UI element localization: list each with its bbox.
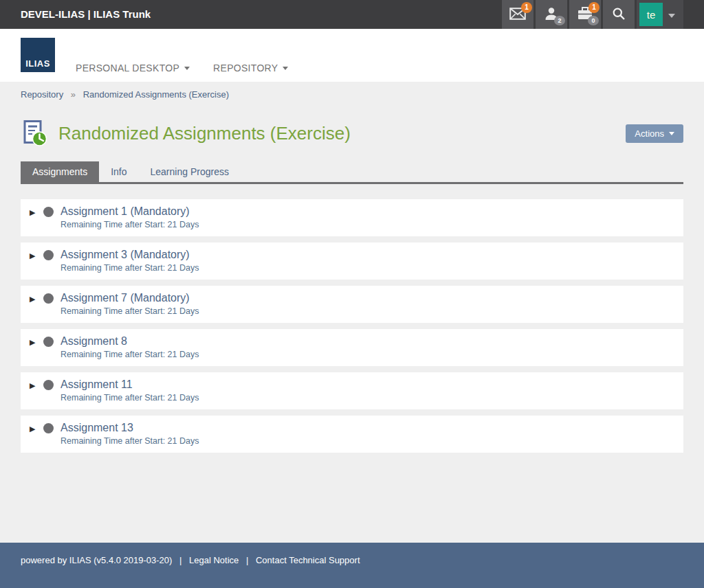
chevron-down-icon	[668, 14, 675, 18]
status-dot-icon	[43, 293, 54, 304]
avatar[interactable]: te	[639, 3, 663, 26]
assignment-title[interactable]: Assignment 8	[60, 335, 199, 348]
row-text: Assignment 13 Remaining Time after Start…	[60, 421, 199, 446]
page-title: Randomized Assignments (Exercise)	[58, 123, 351, 144]
assignment-title[interactable]: Assignment 3 (Mandatory)	[60, 248, 199, 262]
assignment-list: ▶ Assignment 1 (Mandatory) Remaining Tim…	[21, 199, 683, 453]
actions-button[interactable]: Actions	[626, 124, 683, 143]
ilias-logo[interactable]: ILIAS	[21, 38, 55, 72]
footer-separator: |	[179, 555, 182, 565]
assignment-title[interactable]: Assignment 13	[60, 421, 199, 435]
row-text: Assignment 3 (Mandatory) Remaining Time …	[60, 248, 199, 273]
breadcrumb-current[interactable]: Randomized Assignments (Exercise)	[83, 89, 229, 100]
tab-bar: Assignments Info Learning Progress	[21, 161, 683, 184]
status-dot-icon	[43, 423, 54, 433]
who-is-online-badge: 2	[554, 16, 565, 25]
assignment-meta: Remaining Time after Start: 21 Days	[60, 263, 199, 273]
assignment-meta: Remaining Time after Start: 21 Days	[60, 220, 199, 229]
who-is-online-button[interactable]: 2	[536, 0, 567, 29]
tab-learning-progress[interactable]: Learning Progress	[139, 161, 241, 182]
footer-separator: |	[246, 555, 248, 565]
user-menu: te	[637, 0, 683, 29]
mail-badge: 1	[521, 2, 532, 13]
assignment-meta: Remaining Time after Start: 21 Days	[60, 350, 199, 359]
exercise-icon	[21, 120, 48, 147]
assignment-meta: Remaining Time after Start: 21 Days	[60, 306, 199, 316]
user-menu-dropdown[interactable]	[663, 0, 681, 29]
legal-notice-link[interactable]: Legal Notice	[189, 555, 239, 565]
expand-triangle-icon[interactable]: ▶	[30, 205, 43, 217]
mail-button[interactable]: 1	[502, 0, 534, 29]
footer: powered by ILIAS (v5.4.0 2019-03-20) | L…	[0, 543, 704, 588]
status-dot-icon	[43, 207, 54, 217]
actions-button-label: Actions	[635, 128, 664, 139]
tab-assignments[interactable]: Assignments	[21, 161, 99, 182]
row-text: Assignment 8 Remaining Time after Start:…	[60, 335, 199, 359]
assignment-row[interactable]: ▶ Assignment 7 (Mandatory) Remaining Tim…	[21, 286, 683, 323]
nav-repository-label: REPOSITORY	[213, 63, 278, 74]
expand-triangle-icon[interactable]: ▶	[30, 421, 43, 433]
assignment-row[interactable]: ▶ Assignment 13 Remaining Time after Sta…	[21, 416, 683, 453]
assignment-row[interactable]: ▶ Assignment 3 (Mandatory) Remaining Tim…	[21, 242, 683, 280]
installation-title: DEVEL-ILIAS | ILIAS Trunk	[0, 0, 151, 29]
breadcrumb-repository[interactable]: Repository	[21, 89, 63, 100]
nav-personal-desktop-label: PERSONAL DESKTOP	[76, 63, 179, 74]
powered-by-text: powered by ILIAS (v5.4.0 2019-03-20)	[21, 555, 172, 565]
expand-triangle-icon[interactable]: ▶	[30, 248, 43, 260]
expand-triangle-icon[interactable]: ▶	[30, 335, 43, 347]
title-bar: Randomized Assignments (Exercise) Action…	[21, 118, 683, 148]
assignment-row[interactable]: ▶ Assignment 1 (Mandatory) Remaining Tim…	[21, 199, 683, 236]
search-icon	[612, 7, 626, 23]
main-nav: PERSONAL DESKTOP REPOSITORY	[76, 63, 288, 74]
expand-triangle-icon[interactable]: ▶	[30, 378, 43, 390]
tab-info[interactable]: Info	[99, 161, 138, 182]
expand-triangle-icon[interactable]: ▶	[30, 291, 43, 304]
search-button[interactable]	[603, 0, 635, 29]
row-text: Assignment 7 (Mandatory) Remaining Time …	[60, 291, 199, 316]
chevron-down-icon	[669, 132, 674, 135]
status-dot-icon	[43, 250, 54, 260]
main-header: ILIAS PERSONAL DESKTOP REPOSITORY	[0, 29, 704, 82]
page-content: Randomized Assignments (Exercise) Action…	[0, 118, 704, 453]
status-dot-icon	[43, 337, 54, 347]
nav-repository[interactable]: REPOSITORY	[213, 63, 288, 74]
assignment-title[interactable]: Assignment 11	[60, 378, 199, 392]
background-tasks-badge-new: 1	[588, 2, 600, 13]
background-tasks-badge-open: 0	[588, 16, 599, 25]
chevron-down-icon	[283, 67, 288, 70]
assignment-title[interactable]: Assignment 7 (Mandatory)	[60, 291, 199, 305]
breadcrumb: Repository » Randomized Assignments (Exe…	[0, 82, 704, 100]
app-window: DEVEL-ILIAS | ILIAS Trunk 1 2 1 0	[0, 0, 704, 588]
topbar: DEVEL-ILIAS | ILIAS Trunk 1 2 1 0	[0, 0, 704, 29]
contact-support-link[interactable]: Contact Technical Support	[256, 555, 360, 565]
assignment-meta: Remaining Time after Start: 21 Days	[60, 436, 199, 446]
nav-personal-desktop[interactable]: PERSONAL DESKTOP	[76, 63, 190, 74]
background-tasks-button[interactable]: 1 0	[569, 0, 601, 29]
chevron-down-icon	[184, 67, 190, 70]
breadcrumb-separator: »	[71, 89, 76, 100]
status-dot-icon	[43, 380, 54, 390]
assignment-row[interactable]: ▶ Assignment 11 Remaining Time after Sta…	[21, 372, 683, 409]
topbar-actions: 1 2 1 0 te	[500, 0, 683, 29]
assignment-row[interactable]: ▶ Assignment 8 Remaining Time after Star…	[21, 329, 683, 366]
row-text: Assignment 11 Remaining Time after Start…	[60, 378, 199, 403]
assignment-title[interactable]: Assignment 1 (Mandatory)	[60, 205, 199, 218]
assignment-meta: Remaining Time after Start: 21 Days	[60, 393, 199, 403]
row-text: Assignment 1 (Mandatory) Remaining Time …	[60, 205, 199, 229]
